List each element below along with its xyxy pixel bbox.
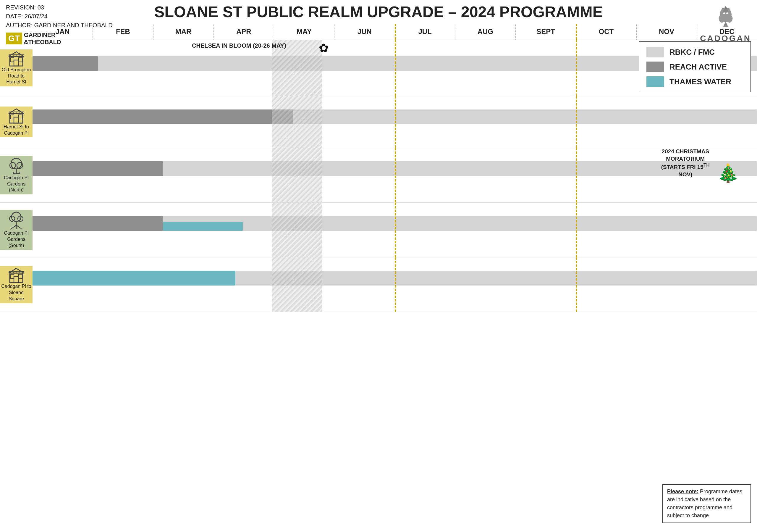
svg-point-38 [12,212,21,222]
month-header: JAN FEB MAR APR MAY JUN JUL AUG SEPT OCT… [33,24,757,40]
svg-line-42 [12,225,16,228]
row1-text: Old BromptonRoad toHarriet St [2,67,31,85]
christmas-tree-icon: 🎄 [717,163,739,184]
svg-point-5 [723,13,725,14]
svg-line-43 [16,225,20,228]
legend-reach: REACH ACTIVE [647,62,743,72]
svg-point-6 [726,13,728,14]
svg-rect-21 [14,117,19,123]
bar-reach-r4 [33,216,163,231]
row-cadogan-north: Cadogan PlGardens(North) 2024 CHRISTMASM… [0,148,757,203]
legend-thames-label: THAMES WATER [670,77,731,86]
svg-line-46 [20,228,22,229]
legend-reach-swatch [647,62,664,72]
flower-icon: ✿ [319,41,329,55]
month-feb: FEB [93,24,153,40]
svg-rect-11 [10,58,14,62]
row4-label: Cadogan PlGardens(South) [0,210,33,250]
row4-text: Cadogan PlGardens(South) [4,230,29,249]
please-note-bold: Please note: [667,488,698,494]
legend-rbkc-swatch [647,47,664,57]
gantt-chart: JAN FEB MAR APR MAY JUN JUL AUG SEPT OCT… [0,24,757,532]
row2-text: Harriet St toCadogan Pl [4,124,29,137]
row1-label: Old BromptonRoad toHarriet St [0,49,33,86]
bar-reach-r3 [33,161,163,176]
shop-icon [7,50,25,67]
row2-label: Harriet St toCadogan Pl [0,107,33,138]
month-jun: JUN [334,24,395,40]
tree2-icon [7,211,26,230]
bar-hatch-r5 [272,257,322,312]
bar-reach-r1 [33,56,98,71]
bar-reach-r2 [33,110,293,124]
month-may: MAY [274,24,334,40]
bar-thames-r4 [163,222,243,231]
row5-text: Cadogan Pl toSloane Square [1,283,31,302]
please-note-box: Please note: Programme dates are indicat… [662,484,751,523]
svg-rect-12 [19,58,22,62]
month-dec: DEC [697,24,757,40]
row5-label: Cadogan Pl toSloane Square [0,266,33,303]
month-oct: OCT [576,24,636,40]
legend-box: RBKC / FMC REACH ACTIVE THAMES WATER [639,42,751,92]
svg-line-45 [10,228,12,229]
christmas-label: 2024 CHRISTMASMORATORIUM(STARTS FRI 15TH… [661,148,710,178]
date: DATE: 26/07/24 [6,12,113,21]
legend-rbkc: RBKC / FMC [647,47,743,57]
svg-point-31 [11,158,21,169]
bar-thames-r5 [33,271,235,286]
month-jul: JUL [395,24,455,40]
bar-hatch-r2 [272,96,322,148]
shop-icon-3 [7,267,25,283]
main-title: SLOANE ST PUBLIC REALM UPGRADE – 2024 PR… [154,3,603,21]
month-nov: NOV [637,24,697,40]
row4-timeline [33,203,757,257]
row-harriet: Harriet St toCadogan Pl [0,96,757,148]
row3-timeline: 2024 CHRISTMASMORATORIUM(STARTS FRI 15TH… [33,148,757,203]
month-mar: MAR [153,24,214,40]
bar-hatch-r4 [272,203,322,257]
legend-reach-label: REACH ACTIVE [670,62,727,72]
rows-area: Old BromptonRoad toHarriet St CHELSEA IN… [0,40,757,532]
svg-rect-48 [14,277,19,283]
bar-hatch-r3 [272,148,322,203]
svg-rect-50 [19,274,22,278]
legend-thames: THAMES WATER [647,76,743,87]
row3-label: Cadogan PlGardens(North) [0,156,33,194]
svg-rect-23 [19,115,22,119]
month-aug: AUG [455,24,516,40]
row-cadogan-south: Cadogan PlGardens(South) [0,203,757,257]
row-cadogan-sloane: Cadogan Pl toSloane Square [0,257,757,312]
row5-timeline [33,257,757,312]
tree-icon [7,157,26,175]
svg-rect-22 [10,115,14,119]
svg-rect-49 [10,274,14,278]
legend-thames-swatch [647,76,664,87]
chelsea-label: CHELSEA IN BLOOM (20-26 MAY) [192,42,286,49]
row2-timeline [33,96,757,148]
month-jan: JAN [33,24,93,40]
month-apr: APR [214,24,274,40]
row3-text: Cadogan PlGardens(North) [4,175,29,193]
svg-rect-10 [14,60,19,66]
revision: REVISION: 03 [6,3,113,12]
month-sept: SEPT [516,24,576,40]
legend-rbkc-label: RBKC / FMC [670,47,715,57]
shop-icon-2 [7,108,25,124]
